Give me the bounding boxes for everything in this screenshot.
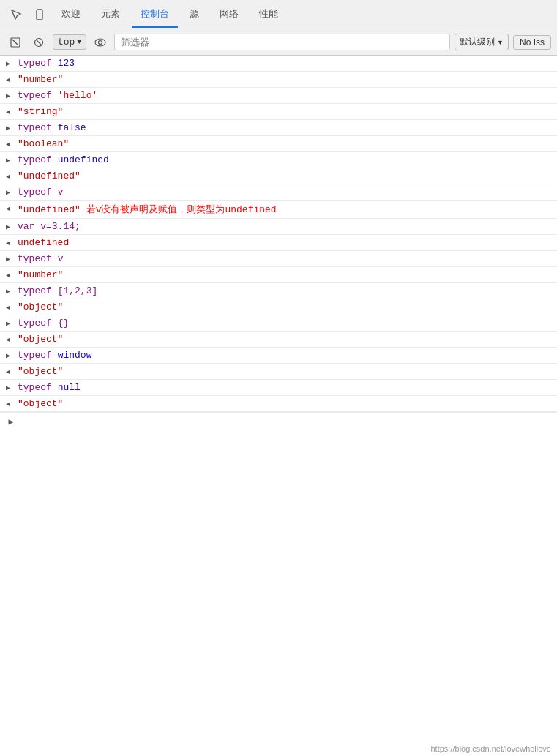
- console-row: ▶ typeof [1,2,3]: [0, 283, 557, 299]
- row-content-2: "number": [16, 74, 554, 85]
- mobile-icon: [34, 9, 45, 20]
- console-row: ▶ typeof v: [0, 184, 557, 201]
- row-content-22: "object": [16, 398, 554, 409]
- row-content-16: "object": [16, 302, 554, 312]
- console-row: ▶ typeof v: [0, 251, 557, 267]
- row-content-10: "undefined" 若v没有被声明及赋值，则类型为undefined: [16, 203, 554, 216]
- console-row: ◀ "object": [0, 396, 557, 412]
- block-btn[interactable]: [29, 33, 48, 52]
- output-arrow: ◀: [0, 203, 16, 213]
- input-arrow[interactable]: ▶: [0, 90, 16, 100]
- tab-sources[interactable]: 源: [181, 1, 208, 28]
- console-row: ▶ typeof false: [0, 120, 557, 136]
- level-chevron-icon: ▼: [497, 39, 504, 46]
- row-content-3: typeof 'hello': [16, 90, 554, 101]
- row-content-14: "number": [16, 269, 554, 280]
- output-arrow: ◀: [0, 74, 16, 84]
- console-row: ▶ typeof {}: [0, 315, 557, 332]
- level-label: 默认级别: [460, 36, 495, 48]
- row-content-8: "undefined": [16, 171, 554, 181]
- input-arrow[interactable]: ▶: [0, 58, 16, 68]
- console-input-row[interactable]: ▶: [0, 412, 557, 431]
- context-label: top: [58, 37, 75, 48]
- chevron-down-icon: ▼: [77, 39, 81, 46]
- block-icon: [34, 37, 44, 48]
- row-content-20: "object": [16, 366, 554, 377]
- level-selector[interactable]: 默认级别 ▼: [455, 34, 509, 50]
- output-arrow: ◀: [0, 106, 16, 116]
- row-content-9: typeof v: [16, 187, 554, 198]
- row-content-7: typeof undefined: [16, 154, 554, 165]
- row-content-5: typeof false: [16, 122, 554, 133]
- console-row: ◀ undefined: [0, 235, 557, 251]
- input-arrow[interactable]: ▶: [0, 122, 16, 132]
- clear-console-btn[interactable]: [6, 33, 25, 52]
- input-arrow[interactable]: ▶: [0, 382, 16, 392]
- input-arrow[interactable]: ▶: [0, 187, 16, 197]
- context-selector[interactable]: top ▼: [53, 34, 86, 50]
- output-arrow: ◀: [0, 237, 16, 247]
- eye-icon: [94, 38, 106, 47]
- row-content-1: typeof 123: [16, 58, 554, 69]
- svg-rect-1: [39, 18, 41, 18]
- tab-performance[interactable]: 性能: [250, 1, 287, 28]
- output-arrow: ◀: [0, 302, 16, 312]
- console-content: ▶ typeof 123 ◀ "number" ▶ typeof 'hello'…: [0, 56, 557, 412]
- tab-network[interactable]: 网络: [211, 1, 247, 28]
- console-row: ◀ "undefined" 若v没有被声明及赋值，则类型为undefined: [0, 201, 557, 219]
- console-row: ▶ typeof null: [0, 380, 557, 396]
- row-content-12: undefined: [16, 237, 554, 248]
- row-content-21: typeof null: [16, 382, 554, 393]
- svg-point-7: [98, 40, 102, 44]
- no-issues-btn[interactable]: No Iss: [513, 35, 551, 50]
- input-arrow[interactable]: ▶: [0, 253, 16, 263]
- output-arrow: ◀: [0, 171, 16, 181]
- tab-console[interactable]: 控制台: [132, 1, 178, 28]
- console-prompt: ▶: [3, 416, 19, 427]
- cursor-icon-btn[interactable]: [6, 4, 26, 25]
- output-arrow: ◀: [0, 269, 16, 280]
- cursor-icon: [10, 9, 22, 20]
- eye-btn[interactable]: [91, 33, 110, 52]
- output-arrow: ◀: [0, 366, 16, 376]
- console-row: ◀ "undefined": [0, 168, 557, 184]
- row-content-6: "boolean": [16, 138, 554, 149]
- row-content-19: typeof window: [16, 350, 554, 361]
- input-arrow[interactable]: ▶: [0, 154, 16, 165]
- console-row: ▶ typeof undefined: [0, 152, 557, 168]
- console-row: ◀ "object": [0, 299, 557, 315]
- console-row: ▶ typeof 'hello': [0, 88, 557, 104]
- console-row: ▶ typeof 123: [0, 56, 557, 72]
- console-row: ◀ "object": [0, 364, 557, 380]
- row-content-13: typeof v: [16, 253, 554, 264]
- row-content-15: typeof [1,2,3]: [16, 285, 554, 296]
- console-row: ◀ "boolean": [0, 136, 557, 152]
- svg-line-3: [12, 40, 18, 45]
- console-row: ▶ typeof window: [0, 348, 557, 364]
- input-arrow[interactable]: ▶: [0, 318, 16, 328]
- console-row: ◀ "string": [0, 104, 557, 120]
- tab-welcome[interactable]: 欢迎: [53, 1, 89, 28]
- toolbar: top ▼ 默认级别 ▼ No Iss: [0, 29, 557, 56]
- filter-input[interactable]: [114, 34, 450, 50]
- console-row: ◀ "number": [0, 72, 557, 88]
- output-arrow: ◀: [0, 398, 16, 408]
- row-content-4: "string": [16, 106, 554, 117]
- svg-line-5: [36, 40, 42, 45]
- svg-point-6: [95, 39, 105, 46]
- clear-icon: [10, 37, 20, 48]
- row-content-11: var v=3.14;: [16, 221, 554, 232]
- input-arrow[interactable]: ▶: [0, 350, 16, 360]
- output-arrow: ◀: [0, 334, 16, 344]
- output-arrow: ◀: [0, 138, 16, 149]
- row-content-17: typeof {}: [16, 318, 554, 329]
- mobile-icon-btn[interactable]: [29, 4, 50, 25]
- input-arrow[interactable]: ▶: [0, 285, 16, 296]
- input-arrow[interactable]: ▶: [0, 221, 16, 231]
- nav-bar: 欢迎 元素 控制台 源 网络 性能: [0, 0, 557, 29]
- console-row: ◀ "number": [0, 267, 557, 283]
- row-content-18: "object": [16, 334, 554, 345]
- console-row: ▶ var v=3.14;: [0, 219, 557, 235]
- tab-elements[interactable]: 元素: [92, 1, 129, 28]
- console-row: ◀ "object": [0, 332, 557, 348]
